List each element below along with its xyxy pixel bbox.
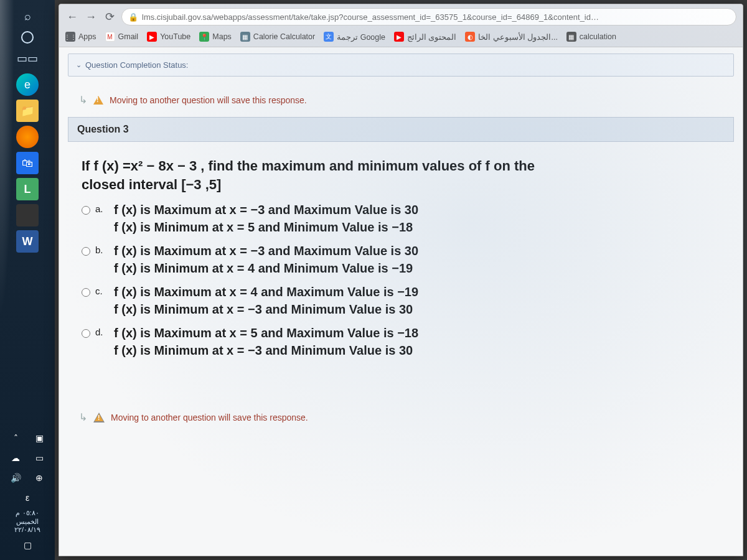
battery-icon[interactable]: ▣	[31, 429, 48, 447]
question-header: Question 3	[68, 117, 734, 142]
warning-icon	[93, 413, 105, 422]
option-letter: c.	[95, 283, 109, 296]
stem-line: If f (x) =x² − 8x − 3 , find the maximum…	[82, 157, 720, 175]
address-row: ← → ⟳ 🔒 lms.cisjubail.gov.sa/webapps/ass…	[59, 4, 743, 29]
explorer-icon[interactable]: 📁	[16, 100, 39, 122]
browser-window: ← → ⟳ 🔒 lms.cisjubail.gov.sa/webapps/ass…	[59, 4, 743, 556]
page-content: ⌄ Question Completion Status: ↳ Moving t…	[59, 47, 743, 556]
gmail-icon: M	[105, 32, 115, 42]
warning-icon	[93, 96, 103, 105]
option-line: f (x) is Minimum at x = −3 and Minimum V…	[114, 301, 418, 318]
bookmark-youtube[interactable]: ▶ YouTube	[147, 32, 190, 42]
taskbar-clock[interactable]: ٠٥:٨٠ م الخميس ٢٢/٠٨/١٩	[14, 509, 40, 534]
search-icon[interactable]: ⌕	[16, 5, 39, 27]
bookmark-label: Apps	[78, 32, 96, 41]
question-label: Question 3	[77, 124, 129, 134]
option-line: f (x) is Maximum at x = −3 and Maximum V…	[114, 201, 418, 218]
calculator-icon: ▦	[240, 32, 250, 42]
option-a[interactable]: a. f (x) is Maximum at x = −3 and Maximu…	[82, 201, 720, 236]
option-line: f (x) is Maximum at x = −3 and Maximum V…	[114, 242, 418, 259]
clock-date: ٢٢/٠٨/١٩	[14, 526, 40, 534]
bookmark-label: YouTube	[160, 32, 190, 41]
bookmark-weekly-schedule[interactable]: ◐ الجدول الأسبوعي الخا...	[465, 32, 557, 42]
save-notice-bottom: ↳ Moving to another question will save t…	[68, 411, 734, 423]
question-body: If f (x) =x² − 8x − 3 , find the maximum…	[68, 142, 734, 374]
question-stem: If f (x) =x² − 8x − 3 , find the maximum…	[82, 157, 720, 194]
stem-line: closed interval [−3 ,5]	[82, 175, 720, 194]
word-icon[interactable]: W	[16, 230, 39, 253]
action-center-icon[interactable]: ▢	[19, 536, 36, 554]
lock-icon: 🔒	[128, 12, 138, 22]
app-icon-l[interactable]: L	[16, 178, 39, 200]
clock-time: ٠٥:٨٠ م	[14, 509, 40, 517]
apps-button[interactable]: ⋮⋮ Apps	[65, 32, 96, 42]
question-completion-status[interactable]: ⌄ Question Completion Status:	[68, 54, 734, 77]
tray-chevron-icon[interactable]: ˄	[7, 429, 24, 447]
forward-button[interactable]: →	[84, 10, 98, 24]
radio-a[interactable]	[82, 206, 90, 215]
volume-icon[interactable]: 🔊	[7, 469, 24, 487]
options-group: a. f (x) is Maximum at x = −3 and Maximu…	[82, 201, 720, 359]
store-icon[interactable]: 🛍	[16, 152, 39, 174]
onedrive-icon[interactable]: ☁	[7, 449, 24, 467]
clock-day: الخميس	[14, 518, 40, 526]
translate-icon: 文	[324, 32, 334, 42]
notice-text: Moving to another question will save thi…	[111, 413, 308, 422]
cortana-icon[interactable]	[21, 31, 34, 44]
option-letter: d.	[95, 324, 109, 337]
option-b[interactable]: b. f (x) is Maximum at x = −3 and Maximu…	[82, 242, 720, 277]
wifi-icon[interactable]: ⊕	[31, 469, 48, 487]
option-d[interactable]: d. f (x) is Maximum at x = 5 and Maximum…	[82, 324, 720, 359]
bookmark-label: Gmail	[118, 32, 139, 41]
option-letter: a.	[95, 201, 109, 214]
bookmark-maps[interactable]: 📍 Maps	[199, 32, 232, 42]
option-line: f (x) is Maximum at x = 4 and Maximum Va…	[114, 283, 418, 301]
bookmarks-bar: ⋮⋮ Apps M Gmail ▶ YouTube 📍 Maps ▦ Ca	[59, 29, 743, 47]
option-line: f (x) is Minimum at x = −3 and Minimum V…	[114, 342, 418, 359]
notice-text: Moving to another question will save thi…	[110, 95, 307, 105]
address-bar[interactable]: 🔒 lms.cisjubail.gov.sa/webapps/assessmen…	[121, 8, 736, 26]
option-c[interactable]: c. f (x) is Maximum at x = 4 and Maximum…	[82, 283, 720, 318]
url-text: lms.cisjubail.gov.sa/webapps/assessment/…	[142, 12, 599, 22]
chevron-down-icon: ⌄	[76, 61, 82, 69]
bookmark-google-translate[interactable]: 文 ترجمة Google	[324, 32, 385, 42]
edge-icon[interactable]: e	[16, 73, 39, 96]
bookmark-label: Maps	[212, 32, 232, 41]
bookmark-label: ترجمة Google	[337, 32, 385, 42]
firefox-icon[interactable]	[16, 126, 39, 148]
option-line: f (x) is Maximum at x = 5 and Maximum Va…	[114, 324, 418, 342]
youtube-icon: ▶	[147, 32, 157, 42]
option-line: f (x) is Minimum at x = 5 and Minimum Va…	[114, 218, 418, 236]
bookmark-label: calculation	[580, 32, 616, 41]
site-icon: ▦	[566, 32, 576, 42]
option-line: f (x) is Minimum at x = 4 and Minimum Va…	[114, 259, 418, 277]
radio-d[interactable]	[82, 329, 90, 338]
bookmark-label: Calorie Calculator	[253, 32, 315, 41]
radio-c[interactable]	[82, 288, 90, 297]
bookmark-label: المحتوى الرائج	[407, 32, 456, 42]
bookmark-calorie[interactable]: ▦ Calorie Calculator	[240, 32, 315, 42]
bookmark-calculation[interactable]: ▦ calculation	[566, 32, 616, 42]
arrow-icon: ↳	[79, 94, 87, 106]
bookmark-gmail[interactable]: M Gmail	[105, 32, 139, 42]
option-letter: b.	[95, 242, 109, 255]
site-icon: ◐	[465, 32, 475, 42]
app-icon-dark[interactable]	[16, 204, 39, 226]
security-icon[interactable]: ▭	[31, 449, 48, 467]
radio-b[interactable]	[82, 247, 90, 256]
taskview-icon[interactable]: ▭▭	[16, 47, 39, 70]
taskbar: ⌕ ▭▭ e 📁 🛍 L W ˄ ▣ ☁ ▭ 🔊 ⊕ ε ٠٥:٨٠ م	[0, 0, 55, 560]
save-notice-top: ↳ Moving to another question will save t…	[68, 94, 734, 106]
maps-icon: 📍	[199, 32, 209, 42]
youtube-icon: ▶	[394, 32, 404, 42]
back-button[interactable]: ←	[65, 10, 79, 24]
apps-icon: ⋮⋮	[65, 32, 75, 42]
language-indicator[interactable]: ε	[19, 489, 36, 506]
arrow-icon: ↳	[79, 411, 87, 423]
reload-button[interactable]: ⟳	[103, 10, 116, 24]
bookmark-trending[interactable]: ▶ المحتوى الرائج	[394, 32, 456, 42]
status-label: Question Completion Status:	[85, 60, 188, 70]
bookmark-label: الجدول الأسبوعي الخا...	[478, 32, 557, 42]
